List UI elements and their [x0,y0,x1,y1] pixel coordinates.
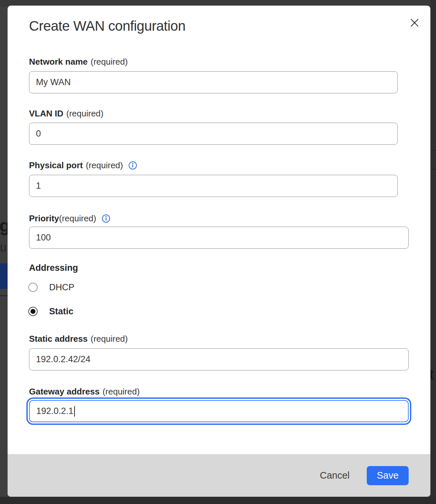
gateway-address-label: Gateway address (required) [29,386,140,397]
gateway-address-value: 192.0.2.1 [36,406,74,416]
required-hint: (required) [59,213,96,224]
network-name-input[interactable] [29,71,398,93]
field-label: Static address [29,334,88,344]
dialog-footer: Cancel Save [8,454,430,497]
required-hint: (required) [86,160,123,171]
close-button[interactable] [408,16,421,29]
physical-port-input[interactable] [29,175,398,197]
vlan-id-input[interactable] [29,123,398,145]
backdrop-top-strip [0,0,436,6]
field-label: Network name [29,57,88,67]
vlan-id-label: VLAN ID (required) [29,108,104,119]
gateway-address-input[interactable]: 192.0.2.1 [29,400,409,422]
required-hint: (required) [91,57,128,67]
physical-port-label: Physical port (required) [29,160,137,171]
field-label: Physical port [29,160,83,171]
network-name-label: Network name (required) [29,56,128,67]
backdrop-bottom-strip [0,497,436,504]
required-hint: (required) [66,109,104,119]
close-icon [410,18,420,28]
info-icon[interactable] [128,161,137,170]
radio-static-label: Static [49,306,74,317]
radio-option-dhcp[interactable]: DHCP [28,282,75,293]
backdrop-divider [430,169,436,170]
radio-dhcp[interactable] [28,283,38,292]
dialog-title: Create WAN configuration [29,18,185,34]
required-hint: (required) [103,387,140,397]
radio-static[interactable] [28,307,38,316]
field-label: Gateway address [29,387,100,397]
addressing-heading: Addressing [29,263,78,273]
static-address-input[interactable] [29,348,409,370]
save-button[interactable]: Save [367,466,409,485]
backdrop-divider [430,150,436,151]
backdrop-fragment: u [0,240,7,254]
radio-option-static[interactable]: Static [28,306,74,317]
priority-label: Priority (required) [29,213,110,224]
info-icon[interactable] [102,214,110,223]
required-hint: (required) [91,334,128,344]
field-label: Priority [29,213,59,224]
field-label: VLAN ID [29,109,63,119]
radio-dhcp-label: DHCP [49,282,75,293]
backdrop-divider [0,295,8,296]
cancel-button[interactable]: Cancel [319,467,351,484]
create-wan-dialog: Create WAN configuration Network name (r… [8,6,430,497]
priority-input[interactable] [29,227,409,249]
text-caret [74,406,75,417]
static-address-label: Static address (required) [29,333,128,344]
